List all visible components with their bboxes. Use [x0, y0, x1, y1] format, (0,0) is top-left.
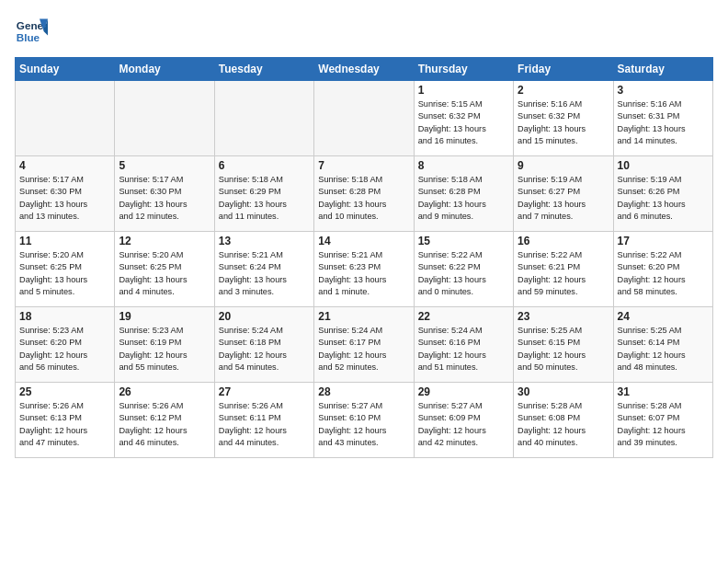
- day-number: 22: [418, 310, 509, 323]
- calendar-cell: 4Sunrise: 5:17 AMSunset: 6:30 PMDaylight…: [16, 156, 115, 232]
- calendar-cell: 20Sunrise: 5:24 AMSunset: 6:18 PMDayligh…: [214, 307, 313, 383]
- day-info: Sunrise: 5:27 AMSunset: 6:09 PMDaylight:…: [418, 400, 509, 449]
- day-number: 1: [418, 84, 509, 97]
- day-number: 28: [318, 385, 409, 398]
- day-number: 19: [119, 310, 210, 323]
- week-row-3: 11Sunrise: 5:20 AMSunset: 6:25 PMDayligh…: [16, 232, 713, 307]
- calendar-cell: 1Sunrise: 5:15 AMSunset: 6:32 PMDaylight…: [414, 81, 513, 156]
- calendar-cell: [16, 81, 115, 156]
- day-info: Sunrise: 5:18 AMSunset: 6:29 PMDaylight:…: [219, 174, 310, 223]
- calendar-cell: 27Sunrise: 5:26 AMSunset: 6:11 PMDayligh…: [214, 383, 313, 458]
- calendar-cell: 29Sunrise: 5:27 AMSunset: 6:09 PMDayligh…: [414, 383, 513, 458]
- day-number: 30: [518, 385, 609, 398]
- day-number: 26: [119, 385, 210, 398]
- calendar-cell: 8Sunrise: 5:18 AMSunset: 6:28 PMDaylight…: [414, 156, 513, 232]
- day-number: 25: [19, 385, 110, 398]
- day-info: Sunrise: 5:26 AMSunset: 6:11 PMDaylight:…: [219, 400, 310, 449]
- column-header-wednesday: Wednesday: [314, 58, 414, 81]
- column-header-friday: Friday: [514, 58, 613, 81]
- day-info: Sunrise: 5:17 AMSunset: 6:30 PMDaylight:…: [19, 174, 110, 223]
- calendar-cell: 26Sunrise: 5:26 AMSunset: 6:12 PMDayligh…: [115, 383, 214, 458]
- day-number: 23: [518, 310, 609, 323]
- calendar-cell: 25Sunrise: 5:26 AMSunset: 6:13 PMDayligh…: [16, 383, 115, 458]
- logo-icon: General Blue: [15, 15, 48, 48]
- day-number: 11: [19, 235, 110, 247]
- day-info: Sunrise: 5:25 AMSunset: 6:14 PMDaylight:…: [618, 325, 709, 373]
- calendar-cell: 28Sunrise: 5:27 AMSunset: 6:10 PMDayligh…: [314, 383, 414, 458]
- day-info: Sunrise: 5:16 AMSunset: 6:32 PMDaylight:…: [518, 98, 609, 147]
- day-info: Sunrise: 5:21 AMSunset: 6:24 PMDaylight:…: [219, 249, 310, 298]
- day-number: 12: [119, 235, 210, 247]
- calendar-cell: 13Sunrise: 5:21 AMSunset: 6:24 PMDayligh…: [214, 232, 313, 307]
- day-number: 15: [418, 235, 509, 247]
- calendar-cell: 31Sunrise: 5:28 AMSunset: 6:07 PMDayligh…: [613, 383, 712, 458]
- day-info: Sunrise: 5:18 AMSunset: 6:28 PMDaylight:…: [318, 174, 409, 223]
- calendar-cell: 19Sunrise: 5:23 AMSunset: 6:19 PMDayligh…: [115, 307, 214, 383]
- day-info: Sunrise: 5:20 AMSunset: 6:25 PMDaylight:…: [19, 249, 110, 298]
- calendar-cell: 17Sunrise: 5:22 AMSunset: 6:20 PMDayligh…: [613, 232, 712, 307]
- day-info: Sunrise: 5:24 AMSunset: 6:17 PMDaylight:…: [318, 325, 409, 373]
- day-info: Sunrise: 5:22 AMSunset: 6:22 PMDaylight:…: [418, 249, 509, 298]
- week-row-4: 18Sunrise: 5:23 AMSunset: 6:20 PMDayligh…: [16, 307, 713, 383]
- day-info: Sunrise: 5:19 AMSunset: 6:26 PMDaylight:…: [618, 174, 709, 223]
- calendar-cell: 7Sunrise: 5:18 AMSunset: 6:28 PMDaylight…: [314, 156, 414, 232]
- week-row-5: 25Sunrise: 5:26 AMSunset: 6:13 PMDayligh…: [16, 383, 713, 458]
- day-info: Sunrise: 5:28 AMSunset: 6:07 PMDaylight:…: [618, 400, 709, 449]
- calendar-cell: 18Sunrise: 5:23 AMSunset: 6:20 PMDayligh…: [16, 307, 115, 383]
- column-header-thursday: Thursday: [414, 58, 513, 81]
- day-number: 29: [418, 385, 509, 398]
- calendar-cell: 12Sunrise: 5:20 AMSunset: 6:25 PMDayligh…: [115, 232, 214, 307]
- header-row: SundayMondayTuesdayWednesdayThursdayFrid…: [16, 58, 713, 81]
- calendar-cell: 9Sunrise: 5:19 AMSunset: 6:27 PMDaylight…: [514, 156, 613, 232]
- column-header-tuesday: Tuesday: [214, 58, 313, 81]
- day-number: 7: [318, 159, 409, 172]
- day-info: Sunrise: 5:24 AMSunset: 6:18 PMDaylight:…: [219, 325, 310, 373]
- day-info: Sunrise: 5:23 AMSunset: 6:20 PMDaylight:…: [19, 325, 110, 373]
- day-number: 4: [19, 159, 110, 172]
- day-number: 21: [318, 310, 409, 323]
- calendar-cell: 11Sunrise: 5:20 AMSunset: 6:25 PMDayligh…: [16, 232, 115, 307]
- calendar-cell: 6Sunrise: 5:18 AMSunset: 6:29 PMDaylight…: [214, 156, 313, 232]
- column-header-monday: Monday: [115, 58, 214, 81]
- header: General Blue: [15, 15, 713, 48]
- calendar-cell: 5Sunrise: 5:17 AMSunset: 6:30 PMDaylight…: [115, 156, 214, 232]
- svg-text:Blue: Blue: [17, 31, 40, 43]
- day-number: 13: [219, 235, 310, 247]
- calendar-cell: 21Sunrise: 5:24 AMSunset: 6:17 PMDayligh…: [314, 307, 414, 383]
- day-number: 24: [618, 310, 709, 323]
- day-number: 16: [518, 235, 609, 247]
- day-info: Sunrise: 5:20 AMSunset: 6:25 PMDaylight:…: [119, 249, 210, 298]
- day-number: 18: [19, 310, 110, 323]
- day-info: Sunrise: 5:16 AMSunset: 6:31 PMDaylight:…: [618, 98, 709, 147]
- day-number: 17: [618, 235, 709, 247]
- column-header-saturday: Saturday: [613, 58, 712, 81]
- day-number: 31: [618, 385, 709, 398]
- calendar-cell: 10Sunrise: 5:19 AMSunset: 6:26 PMDayligh…: [613, 156, 712, 232]
- day-info: Sunrise: 5:25 AMSunset: 6:15 PMDaylight:…: [518, 325, 609, 373]
- calendar-container: General Blue SundayMondayTuesdayWednesda…: [0, 0, 728, 563]
- day-number: 6: [219, 159, 310, 172]
- calendar-cell: 14Sunrise: 5:21 AMSunset: 6:23 PMDayligh…: [314, 232, 414, 307]
- calendar-cell: [314, 81, 414, 156]
- calendar-cell: 23Sunrise: 5:25 AMSunset: 6:15 PMDayligh…: [514, 307, 613, 383]
- day-info: Sunrise: 5:22 AMSunset: 6:21 PMDaylight:…: [518, 249, 609, 298]
- calendar-cell: [214, 81, 313, 156]
- day-info: Sunrise: 5:23 AMSunset: 6:19 PMDaylight:…: [119, 325, 210, 373]
- day-number: 3: [618, 84, 709, 97]
- day-number: 9: [518, 159, 609, 172]
- day-number: 10: [618, 159, 709, 172]
- day-info: Sunrise: 5:18 AMSunset: 6:28 PMDaylight:…: [418, 174, 509, 223]
- day-info: Sunrise: 5:26 AMSunset: 6:12 PMDaylight:…: [119, 400, 210, 449]
- column-header-sunday: Sunday: [16, 58, 115, 81]
- calendar-cell: 24Sunrise: 5:25 AMSunset: 6:14 PMDayligh…: [613, 307, 712, 383]
- day-info: Sunrise: 5:26 AMSunset: 6:13 PMDaylight:…: [19, 400, 110, 449]
- calendar-cell: 3Sunrise: 5:16 AMSunset: 6:31 PMDaylight…: [613, 81, 712, 156]
- calendar-cell: [115, 81, 214, 156]
- day-number: 2: [518, 84, 609, 97]
- day-info: Sunrise: 5:22 AMSunset: 6:20 PMDaylight:…: [618, 249, 709, 298]
- day-info: Sunrise: 5:15 AMSunset: 6:32 PMDaylight:…: [418, 98, 509, 147]
- week-row-2: 4Sunrise: 5:17 AMSunset: 6:30 PMDaylight…: [16, 156, 713, 232]
- logo: General Blue: [15, 15, 48, 48]
- day-info: Sunrise: 5:19 AMSunset: 6:27 PMDaylight:…: [518, 174, 609, 223]
- day-info: Sunrise: 5:24 AMSunset: 6:16 PMDaylight:…: [418, 325, 509, 373]
